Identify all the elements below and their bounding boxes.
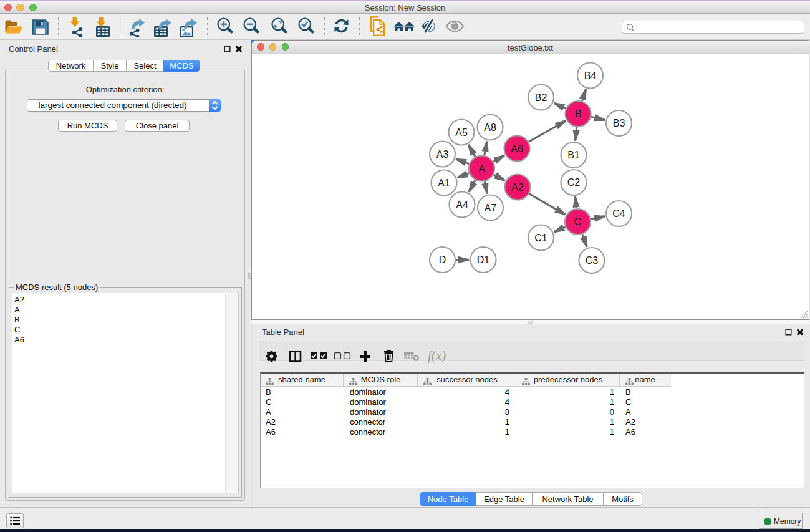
svg-text:A6: A6 bbox=[511, 143, 523, 154]
svg-text:C2: C2 bbox=[567, 177, 581, 188]
svg-text:C3: C3 bbox=[586, 255, 599, 266]
svg-text:B1: B1 bbox=[567, 150, 580, 160]
svg-text:A3: A3 bbox=[436, 149, 449, 160]
svg-text:B2: B2 bbox=[535, 92, 547, 103]
svg-text:A4: A4 bbox=[456, 200, 468, 210]
svg-text:A: A bbox=[478, 163, 485, 174]
svg-text:A2: A2 bbox=[511, 182, 524, 193]
svg-text:D1: D1 bbox=[477, 254, 490, 265]
svg-text:A8: A8 bbox=[484, 122, 496, 133]
svg-text:C4: C4 bbox=[612, 208, 625, 219]
svg-text:C1: C1 bbox=[534, 233, 547, 243]
svg-text:A7: A7 bbox=[485, 203, 497, 213]
svg-text:A5: A5 bbox=[455, 127, 468, 138]
svg-text:B: B bbox=[575, 109, 582, 119]
svg-text:C: C bbox=[574, 216, 582, 227]
svg-text:D: D bbox=[439, 254, 446, 265]
svg-text:A1: A1 bbox=[438, 178, 450, 188]
svg-text:B4: B4 bbox=[584, 70, 597, 81]
svg-text:B3: B3 bbox=[613, 118, 625, 128]
